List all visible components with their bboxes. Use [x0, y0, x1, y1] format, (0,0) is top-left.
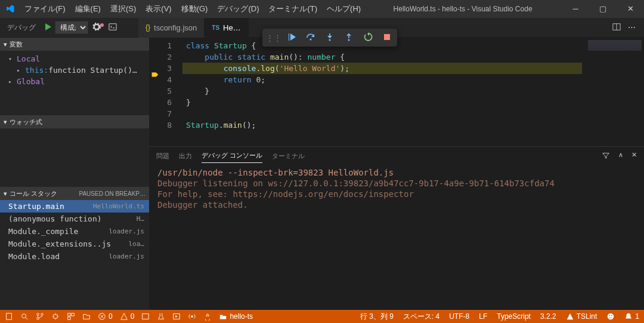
- menu-item[interactable]: ファイル(F): [20, 1, 70, 17]
- status-open-folder[interactable]: hello-ts: [219, 312, 253, 321]
- status-encoding[interactable]: UTF-8: [449, 312, 469, 321]
- debug-toolbar[interactable]: ⋮⋮: [262, 29, 397, 47]
- status-file-icon[interactable]: [5, 312, 13, 321]
- status-run-icon[interactable]: [172, 312, 181, 321]
- status-debug2-icon[interactable]: [203, 312, 212, 321]
- variables-header[interactable]: ▾変数: [0, 38, 149, 51]
- status-ext-icon[interactable]: [67, 312, 75, 321]
- bottom-panel: 問題出力デバッグ コンソールターミナル ∧ ✕ /usr/bin/node --…: [149, 146, 644, 323]
- code-line[interactable]: console.log('Hello World');: [182, 63, 582, 74]
- code-line[interactable]: Startup.main();: [182, 119, 582, 131]
- settings-badge-icon: [100, 23, 104, 27]
- menu-item[interactable]: 編集(E): [71, 1, 105, 17]
- callstack-frame[interactable]: (anonymous function)H…: [0, 213, 149, 225]
- panel-tab[interactable]: 出力: [179, 149, 192, 163]
- continue-button[interactable]: [285, 32, 298, 44]
- debug-config-select[interactable]: 構成がぁ: [55, 21, 88, 34]
- status-feedback-icon[interactable]: [606, 312, 615, 321]
- variables-global[interactable]: ▸Global: [0, 76, 149, 87]
- callstack-frame[interactable]: Startup.mainHelloWorld.ts: [0, 200, 149, 213]
- status-bar: 0 0 hello-ts 行 3、列 9 スペース: 4 UTF-8 LF Ty…: [0, 310, 644, 323]
- menu-item[interactable]: 選択(S): [106, 1, 140, 17]
- variables-this[interactable]: ▸this: function Startup()…: [0, 64, 149, 76]
- json-icon: {}: [145, 23, 150, 32]
- menu-item[interactable]: ターミナル(T): [264, 1, 321, 17]
- svg-rect-16: [68, 317, 70, 319]
- stop-button[interactable]: [380, 32, 394, 44]
- menu-item[interactable]: 表示(V): [141, 1, 175, 17]
- variables-local[interactable]: ▾Local: [0, 53, 149, 64]
- status-warnings[interactable]: 0: [120, 312, 135, 321]
- callstack-frame[interactable]: Module._compileloader.js: [0, 225, 149, 238]
- debug-console-output[interactable]: /usr/bin/node --inspect-brk=39823 HelloW…: [149, 165, 644, 310]
- status-tslint[interactable]: TSLint: [566, 312, 597, 321]
- status-branch-icon[interactable]: [36, 312, 44, 321]
- svg-point-23: [611, 315, 612, 316]
- svg-rect-15: [72, 313, 74, 316]
- debug-settings-button[interactable]: [88, 22, 105, 33]
- status-beaker-icon[interactable]: [157, 312, 165, 321]
- status-lang[interactable]: TypeScript: [497, 312, 531, 321]
- status-cursor-pos[interactable]: 行 3、列 9: [360, 312, 394, 322]
- menu-bar: ファイル(F)編集(E)選択(S)表示(V)移動(G)デバッグ(D)ターミナル(…: [20, 1, 365, 17]
- status-indent[interactable]: スペース: 4: [403, 312, 439, 322]
- menu-item[interactable]: 移動(G): [177, 1, 212, 17]
- status-errors[interactable]: 0: [98, 312, 113, 321]
- editor-tab[interactable]: {}tsconfig.json: [138, 18, 205, 38]
- panel-tab[interactable]: ターミナル: [272, 149, 305, 163]
- debug-console-toggle[interactable]: [105, 23, 120, 33]
- status-debug-icon[interactable]: [51, 312, 60, 321]
- svg-point-8: [22, 314, 26, 318]
- status-search-icon[interactable]: [20, 312, 29, 321]
- tab-label: He…: [223, 23, 241, 32]
- minimize-button[interactable]: ─: [562, 0, 589, 18]
- svg-rect-7: [7, 313, 12, 320]
- callstack-frame[interactable]: Module._extensions..jsloa…: [0, 238, 149, 250]
- debug-start-button[interactable]: [41, 22, 55, 33]
- restart-button[interactable]: [361, 32, 374, 44]
- step-over-button[interactable]: [304, 32, 317, 44]
- svg-rect-6: [384, 34, 390, 40]
- panel-collapse-button[interactable]: ∧: [618, 149, 623, 163]
- close-button[interactable]: ✕: [617, 0, 644, 18]
- code-line[interactable]: [182, 108, 582, 119]
- status-notifications[interactable]: 1: [624, 312, 639, 321]
- minimap[interactable]: [582, 38, 644, 146]
- panel-tab[interactable]: デバッグ コンソール: [202, 149, 262, 163]
- watch-header[interactable]: ▾ウォッチ式: [0, 115, 149, 128]
- status-eol[interactable]: LF: [479, 312, 487, 321]
- panel-tab[interactable]: 問題: [156, 149, 169, 163]
- callstack-frame[interactable]: Module.loadloader.js: [0, 250, 149, 263]
- code-line[interactable]: }: [182, 85, 582, 97]
- code-line[interactable]: return 0;: [182, 74, 582, 85]
- step-out-button[interactable]: [342, 32, 355, 44]
- vscode-logo-icon: [0, 4, 20, 14]
- menu-item[interactable]: ヘルプ(H): [323, 1, 365, 17]
- breakpoint-arrow-icon: [151, 70, 159, 81]
- code-line[interactable]: public static main(): number {: [182, 51, 582, 63]
- code-line[interactable]: }: [182, 97, 582, 108]
- callstack-header[interactable]: ▾コール スタックPAUSED ON BREAKP…: [0, 187, 149, 200]
- split-editor-button[interactable]: [612, 23, 621, 33]
- svg-point-5: [348, 39, 350, 41]
- title-bar: ファイル(F)編集(E)選択(S)表示(V)移動(G)デバッグ(D)ターミナル(…: [0, 0, 644, 18]
- status-broadcast-icon[interactable]: [188, 312, 196, 321]
- more-actions-button[interactable]: ⋯: [628, 23, 636, 33]
- menu-item[interactable]: デバッグ(D): [213, 1, 263, 17]
- step-into-button[interactable]: [323, 32, 336, 44]
- window-title: HelloWorld.ts - hello-ts - Visual Studio…: [365, 5, 561, 13]
- status-preview-icon[interactable]: [141, 312, 150, 321]
- svg-rect-0: [109, 23, 116, 30]
- editor-tab[interactable]: TSHe…: [205, 18, 248, 38]
- code-editor[interactable]: 12345678 class Startup { public static m…: [149, 38, 644, 146]
- svg-rect-18: [143, 314, 149, 319]
- svg-point-11: [37, 318, 39, 320]
- panel-close-button[interactable]: ✕: [631, 149, 637, 163]
- status-ts-version[interactable]: 3.2.2: [540, 312, 556, 321]
- status-folder-icon[interactable]: [82, 312, 91, 321]
- editor-tabs: {}tsconfig.jsonTSHe…: [138, 18, 249, 38]
- maximize-button[interactable]: ▢: [589, 0, 617, 18]
- svg-point-3: [310, 38, 312, 40]
- panel-filter-button[interactable]: [602, 149, 610, 163]
- debug-toolbar-grip-icon[interactable]: ⋮⋮: [266, 33, 279, 42]
